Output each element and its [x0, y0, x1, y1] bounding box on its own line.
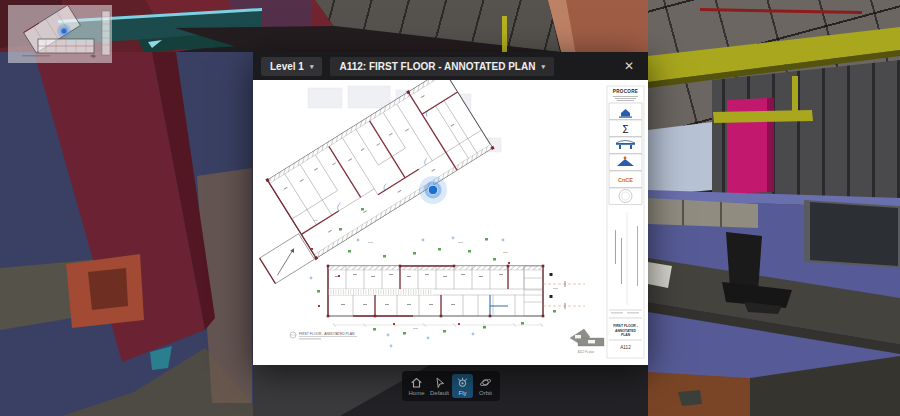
- svg-text:ANNOTATED: ANNOTATED: [615, 329, 636, 333]
- drawing-title-callout: FIRST FLOOR - ANNOTATED PLAN: [290, 332, 357, 340]
- svg-text:FIRST FLOOR -: FIRST FLOOR -: [613, 324, 638, 328]
- svg-text:FIRST FLOOR - ANNOTATED PLAN: FIRST FLOOR - ANNOTATED PLAN: [299, 332, 355, 336]
- close-icon[interactable]: ✕: [618, 57, 640, 75]
- model-viewport[interactable]: Level 1 ▾ A112: FIRST FLOOR - ANNOTATED …: [0, 0, 900, 416]
- cnce-logo: CnCE: [618, 177, 633, 183]
- floor-plan-sheet[interactable]: PROCORE Σ: [253, 80, 648, 365]
- navigation-toolbar: Home Default Fly Orbit: [402, 371, 500, 401]
- svg-text:A112 FL plan: A112 FL plan: [578, 350, 595, 354]
- procore-logo: PROCORE: [613, 89, 638, 94]
- drone-icon: [456, 376, 469, 389]
- lower-wing: [327, 265, 585, 327]
- sheet-number: A112: [620, 345, 631, 350]
- title-block: PROCORE Σ: [607, 86, 644, 358]
- sheet-dropdown-label: A112: FIRST FLOOR - ANNOTATED PLAN: [339, 61, 535, 72]
- orbit-button[interactable]: Orbit: [475, 374, 496, 398]
- default-button[interactable]: Default: [429, 374, 450, 398]
- svg-text:PLAN: PLAN: [621, 333, 631, 337]
- sheet-dropdown[interactable]: A112: FIRST FLOOR - ANNOTATED PLAN ▾: [330, 57, 553, 76]
- chevron-down-icon: ▾: [541, 63, 545, 70]
- sheet-modal-header: Level 1 ▾ A112: FIRST FLOOR - ANNOTATED …: [253, 52, 648, 80]
- minimap-plan: [8, 5, 112, 63]
- orbit-icon: [479, 376, 492, 389]
- minimap[interactable]: [8, 5, 112, 63]
- sheet-overlay-modal: Level 1 ▾ A112: FIRST FLOOR - ANNOTATED …: [253, 52, 648, 365]
- fly-button[interactable]: Fly: [452, 374, 473, 398]
- sigma-logo: Σ: [622, 124, 628, 135]
- chevron-down-icon: ▾: [310, 63, 314, 70]
- key-plan: A112 FL plan: [570, 329, 604, 354]
- upper-wing: [253, 80, 495, 285]
- home-icon: [410, 376, 423, 389]
- level-dropdown-label: Level 1: [270, 61, 304, 72]
- cursor-icon: [433, 376, 446, 389]
- camera-location-marker[interactable]: [419, 176, 447, 204]
- level-dropdown[interactable]: Level 1 ▾: [261, 57, 322, 76]
- home-button[interactable]: Home: [406, 374, 427, 398]
